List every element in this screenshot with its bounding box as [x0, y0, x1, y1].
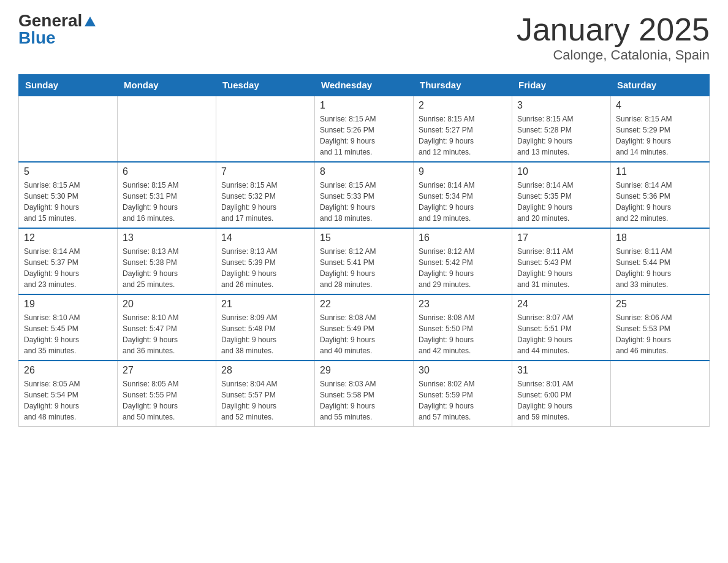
calendar-day-cell — [118, 96, 216, 162]
page-header: General Blue January 2025 Calonge, Catal… — [18, 12, 710, 63]
calendar-day-cell: 30Sunrise: 8:02 AM Sunset: 5:59 PM Dayli… — [414, 361, 512, 427]
calendar-day-cell: 2Sunrise: 8:15 AM Sunset: 5:27 PM Daylig… — [414, 96, 512, 162]
day-info: Sunrise: 8:05 AM Sunset: 5:54 PM Dayligh… — [24, 378, 112, 423]
calendar-day-cell: 21Sunrise: 8:09 AM Sunset: 5:48 PM Dayli… — [216, 294, 315, 361]
day-number: 31 — [517, 365, 605, 376]
calendar-day-cell: 8Sunrise: 8:15 AM Sunset: 5:33 PM Daylig… — [315, 162, 414, 228]
calendar-day-cell: 26Sunrise: 8:05 AM Sunset: 5:54 PM Dayli… — [19, 361, 118, 427]
day-number: 15 — [320, 232, 408, 243]
day-number: 6 — [123, 166, 211, 177]
day-info: Sunrise: 8:15 AM Sunset: 5:27 PM Dayligh… — [419, 113, 507, 158]
calendar-day-cell: 1Sunrise: 8:15 AM Sunset: 5:26 PM Daylig… — [315, 96, 414, 162]
day-info: Sunrise: 8:06 AM Sunset: 5:53 PM Dayligh… — [616, 312, 704, 356]
calendar-week-row: 12Sunrise: 8:14 AM Sunset: 5:37 PM Dayli… — [19, 228, 710, 294]
day-number: 27 — [123, 365, 211, 376]
calendar-day-cell: 19Sunrise: 8:10 AM Sunset: 5:45 PM Dayli… — [19, 294, 118, 361]
day-number: 19 — [24, 299, 112, 310]
day-number: 8 — [320, 166, 408, 177]
day-number: 11 — [616, 166, 704, 177]
day-number: 24 — [517, 299, 605, 310]
day-number: 26 — [24, 365, 112, 376]
day-number: 28 — [221, 365, 309, 376]
calendar-day-cell: 4Sunrise: 8:15 AM Sunset: 5:29 PM Daylig… — [611, 96, 710, 162]
day-number: 13 — [123, 232, 211, 243]
day-info: Sunrise: 8:15 AM Sunset: 5:28 PM Dayligh… — [517, 113, 605, 158]
day-info: Sunrise: 8:15 AM Sunset: 5:33 PM Dayligh… — [320, 180, 408, 224]
day-info: Sunrise: 8:07 AM Sunset: 5:51 PM Dayligh… — [517, 312, 605, 356]
calendar-day-header: Thursday — [414, 75, 512, 96]
day-info: Sunrise: 8:14 AM Sunset: 5:35 PM Dayligh… — [517, 180, 605, 224]
calendar-day-cell: 14Sunrise: 8:13 AM Sunset: 5:39 PM Dayli… — [216, 228, 315, 294]
calendar-day-cell: 31Sunrise: 8:01 AM Sunset: 6:00 PM Dayli… — [512, 361, 611, 427]
calendar-day-cell: 5Sunrise: 8:15 AM Sunset: 5:30 PM Daylig… — [19, 162, 118, 228]
day-info: Sunrise: 8:12 AM Sunset: 5:41 PM Dayligh… — [320, 246, 408, 290]
calendar-day-cell: 20Sunrise: 8:10 AM Sunset: 5:47 PM Dayli… — [118, 294, 216, 361]
calendar-day-cell: 7Sunrise: 8:15 AM Sunset: 5:32 PM Daylig… — [216, 162, 315, 228]
day-info: Sunrise: 8:14 AM Sunset: 5:36 PM Dayligh… — [616, 180, 704, 224]
calendar-day-header: Saturday — [611, 75, 710, 96]
day-info: Sunrise: 8:13 AM Sunset: 5:39 PM Dayligh… — [221, 246, 309, 290]
calendar-day-cell — [611, 361, 710, 427]
calendar-table: SundayMondayTuesdayWednesdayThursdayFrid… — [18, 74, 710, 427]
day-number: 5 — [24, 166, 112, 177]
day-info: Sunrise: 8:04 AM Sunset: 5:57 PM Dayligh… — [221, 378, 309, 423]
calendar-day-header: Wednesday — [315, 75, 414, 96]
calendar-day-cell: 24Sunrise: 8:07 AM Sunset: 5:51 PM Dayli… — [512, 294, 611, 361]
calendar-day-header: Friday — [512, 75, 611, 96]
calendar-subtitle: Calonge, Catalonia, Spain — [517, 47, 710, 63]
calendar-header-row: SundayMondayTuesdayWednesdayThursdayFrid… — [19, 75, 710, 96]
day-number: 20 — [123, 299, 211, 310]
day-number: 30 — [419, 365, 507, 376]
day-number: 10 — [517, 166, 605, 177]
calendar-day-cell: 22Sunrise: 8:08 AM Sunset: 5:49 PM Dayli… — [315, 294, 414, 361]
day-info: Sunrise: 8:10 AM Sunset: 5:47 PM Dayligh… — [123, 312, 211, 356]
calendar-day-header: Tuesday — [216, 75, 315, 96]
day-info: Sunrise: 8:08 AM Sunset: 5:49 PM Dayligh… — [320, 312, 408, 356]
day-number: 29 — [320, 365, 408, 376]
day-info: Sunrise: 8:01 AM Sunset: 6:00 PM Dayligh… — [517, 378, 605, 423]
day-info: Sunrise: 8:11 AM Sunset: 5:44 PM Dayligh… — [616, 246, 704, 290]
calendar-day-cell: 9Sunrise: 8:14 AM Sunset: 5:34 PM Daylig… — [414, 162, 512, 228]
calendar-day-cell — [216, 96, 315, 162]
day-number: 4 — [616, 100, 704, 111]
calendar-day-cell — [19, 96, 118, 162]
calendar-week-row: 5Sunrise: 8:15 AM Sunset: 5:30 PM Daylig… — [19, 162, 710, 228]
day-info: Sunrise: 8:14 AM Sunset: 5:37 PM Dayligh… — [24, 246, 112, 290]
day-number: 7 — [221, 166, 309, 177]
calendar-day-cell: 11Sunrise: 8:14 AM Sunset: 5:36 PM Dayli… — [611, 162, 710, 228]
day-number: 23 — [419, 299, 507, 310]
calendar-day-cell: 6Sunrise: 8:15 AM Sunset: 5:31 PM Daylig… — [118, 162, 216, 228]
calendar-day-cell: 23Sunrise: 8:08 AM Sunset: 5:50 PM Dayli… — [414, 294, 512, 361]
calendar-day-cell: 10Sunrise: 8:14 AM Sunset: 5:35 PM Dayli… — [512, 162, 611, 228]
calendar-week-row: 19Sunrise: 8:10 AM Sunset: 5:45 PM Dayli… — [19, 294, 710, 361]
calendar-day-cell: 16Sunrise: 8:12 AM Sunset: 5:42 PM Dayli… — [414, 228, 512, 294]
day-number: 2 — [419, 100, 507, 111]
day-info: Sunrise: 8:15 AM Sunset: 5:30 PM Dayligh… — [24, 180, 112, 224]
logo: General Blue — [18, 12, 96, 47]
day-info: Sunrise: 8:15 AM Sunset: 5:32 PM Dayligh… — [221, 180, 309, 224]
day-info: Sunrise: 8:15 AM Sunset: 5:31 PM Dayligh… — [123, 180, 211, 224]
day-number: 21 — [221, 299, 309, 310]
calendar-day-cell: 18Sunrise: 8:11 AM Sunset: 5:44 PM Dayli… — [611, 228, 710, 294]
day-info: Sunrise: 8:02 AM Sunset: 5:59 PM Dayligh… — [419, 378, 507, 423]
calendar-week-row: 26Sunrise: 8:05 AM Sunset: 5:54 PM Dayli… — [19, 361, 710, 427]
day-info: Sunrise: 8:09 AM Sunset: 5:48 PM Dayligh… — [221, 312, 309, 356]
day-info: Sunrise: 8:05 AM Sunset: 5:55 PM Dayligh… — [123, 378, 211, 423]
calendar-day-cell: 15Sunrise: 8:12 AM Sunset: 5:41 PM Dayli… — [315, 228, 414, 294]
day-info: Sunrise: 8:08 AM Sunset: 5:50 PM Dayligh… — [419, 312, 507, 356]
day-info: Sunrise: 8:15 AM Sunset: 5:29 PM Dayligh… — [616, 113, 704, 158]
calendar-day-cell: 27Sunrise: 8:05 AM Sunset: 5:55 PM Dayli… — [118, 361, 216, 427]
calendar-title: January 2025 — [517, 12, 710, 47]
day-number: 22 — [320, 299, 408, 310]
calendar-day-cell: 12Sunrise: 8:14 AM Sunset: 5:37 PM Dayli… — [19, 228, 118, 294]
day-number: 17 — [517, 232, 605, 243]
day-number: 3 — [517, 100, 605, 111]
logo-general-text: General — [18, 12, 82, 29]
day-number: 9 — [419, 166, 507, 177]
calendar-day-cell: 17Sunrise: 8:11 AM Sunset: 5:43 PM Dayli… — [512, 228, 611, 294]
day-info: Sunrise: 8:14 AM Sunset: 5:34 PM Dayligh… — [419, 180, 507, 224]
day-info: Sunrise: 8:13 AM Sunset: 5:38 PM Dayligh… — [123, 246, 211, 290]
calendar-day-cell: 29Sunrise: 8:03 AM Sunset: 5:58 PM Dayli… — [315, 361, 414, 427]
calendar-day-cell: 13Sunrise: 8:13 AM Sunset: 5:38 PM Dayli… — [118, 228, 216, 294]
day-number: 14 — [221, 232, 309, 243]
